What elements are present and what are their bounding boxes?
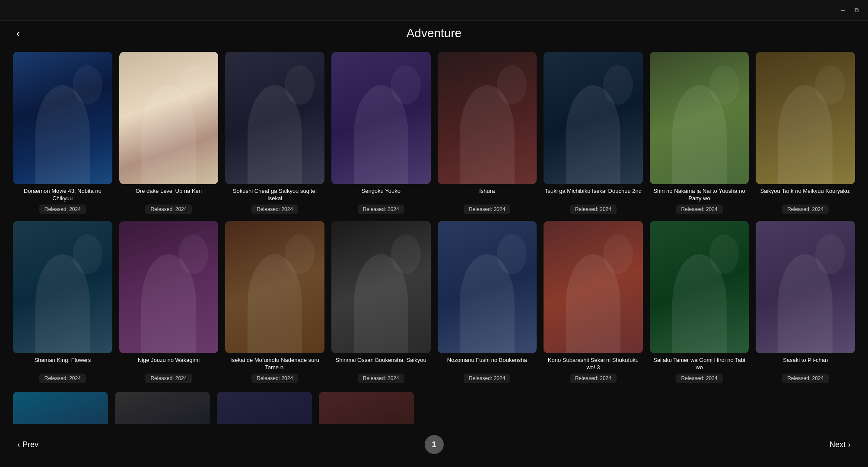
page-title: Adventure xyxy=(0,24,868,43)
partial-card-4[interactable] xyxy=(319,392,414,424)
pagination: ‹ Prev 1 Next › xyxy=(0,435,868,454)
anime-release-6: Released: 2024 xyxy=(570,205,617,214)
anime-card-4[interactable]: Sengoku YoukoReleased: 2024 xyxy=(331,52,431,214)
next-chevron: › xyxy=(848,440,851,449)
anime-title-9: Shaman King: Flowers xyxy=(34,357,91,371)
anime-card-7[interactable]: Shin no Nakama ja Nai to Yuusha no Party… xyxy=(650,52,749,214)
back-button[interactable]: ‹ xyxy=(9,24,28,43)
anime-title-4: Sengoku Youko xyxy=(362,188,401,202)
anime-card-8[interactable]: Saikyou Tank no Meikyuu Kouryaku:Release… xyxy=(756,52,855,214)
anime-card-6[interactable]: Tsuki ga Michibiku Isekai Douchuu 2ndRel… xyxy=(544,52,643,214)
anime-card-16[interactable]: Sasaki to Pii-chanReleased: 2024 xyxy=(756,221,855,383)
anime-release-3: Released: 2024 xyxy=(251,205,298,214)
anime-title-16: Sasaki to Pii-chan xyxy=(783,357,828,371)
anime-card-11[interactable]: Isekai de Mofumofu Nadenade suru Tame ni… xyxy=(225,221,324,383)
anime-title-2: Ore dake Level Up na Ken xyxy=(136,188,202,202)
anime-title-14: Kono Subarashii Sekai ni Shukufuku wo! 3 xyxy=(544,357,643,371)
anime-title-12: Shinmai Ossan Boukensha, Saikyou xyxy=(336,357,426,371)
anime-card-2[interactable]: Ore dake Level Up na KenReleased: 2024 xyxy=(119,52,219,214)
anime-card-14[interactable]: Kono Subarashii Sekai ni Shukufuku wo! 3… xyxy=(544,221,643,383)
anime-release-5: Released: 2024 xyxy=(464,205,510,214)
anime-release-16: Released: 2024 xyxy=(782,374,829,383)
anime-card-15[interactable]: Saijaku Tamer wa Gomi Hiroi no Tabi woRe… xyxy=(650,221,749,383)
anime-release-2: Released: 2024 xyxy=(145,205,192,214)
anime-card-5[interactable]: IshuraReleased: 2024 xyxy=(438,52,537,214)
anime-release-1: Released: 2024 xyxy=(39,205,86,214)
anime-title-11: Isekai de Mofumofu Nadenade suru Tame ni xyxy=(225,357,324,371)
restore-button[interactable]: ⧉ xyxy=(852,6,861,15)
anime-release-15: Released: 2024 xyxy=(676,374,723,383)
anime-release-13: Released: 2024 xyxy=(464,374,510,383)
next-button[interactable]: Next › xyxy=(821,436,859,454)
anime-title-6: Tsuki ga Michibiku Isekai Douchuu 2nd xyxy=(545,188,642,202)
partial-card-3[interactable] xyxy=(217,392,312,424)
anime-title-13: Nozomanu Fushi no Boukensha xyxy=(447,357,527,371)
anime-release-9: Released: 2024 xyxy=(39,374,86,383)
anime-title-5: Ishura xyxy=(479,188,495,202)
anime-card-9[interactable]: Shaman King: FlowersReleased: 2024 xyxy=(13,221,112,383)
anime-title-10: Nige Jouzu no Wakagimi xyxy=(138,357,200,371)
minimize-button[interactable]: ─ xyxy=(839,6,847,15)
prev-label: Prev xyxy=(22,440,38,449)
anime-title-1: Doraemon Movie 43: Nobita no Chikyuu xyxy=(13,188,112,202)
title-bar: ─ ⧉ xyxy=(0,0,868,21)
anime-grid: Doraemon Movie 43: Nobita no ChikyuuRele… xyxy=(9,48,859,387)
window-controls[interactable]: ─ ⧉ xyxy=(839,6,861,15)
anime-release-14: Released: 2024 xyxy=(570,374,617,383)
anime-release-7: Released: 2024 xyxy=(676,205,723,214)
anime-release-11: Released: 2024 xyxy=(251,374,298,383)
partial-card-1[interactable] xyxy=(13,392,108,424)
anime-card-10[interactable]: Nige Jouzu no WakagimiReleased: 2024 xyxy=(119,221,219,383)
anime-title-8: Saikyou Tank no Meikyuu Kouryaku: xyxy=(760,188,851,202)
anime-card-1[interactable]: Doraemon Movie 43: Nobita no ChikyuuRele… xyxy=(13,52,112,214)
anime-release-10: Released: 2024 xyxy=(145,374,192,383)
anime-release-12: Released: 2024 xyxy=(358,374,404,383)
partial-card-2[interactable] xyxy=(115,392,210,424)
anime-card-13[interactable]: Nozomanu Fushi no BoukenshaReleased: 202… xyxy=(438,221,537,383)
anime-title-3: Sokushi Cheat ga Saikyou sugite, Isekai xyxy=(225,188,324,202)
anime-card-12[interactable]: Shinmai Ossan Boukensha, SaikyouReleased… xyxy=(331,221,431,383)
anime-card-3[interactable]: Sokushi Cheat ga Saikyou sugite, IsekaiR… xyxy=(225,52,324,214)
prev-button[interactable]: ‹ Prev xyxy=(9,436,47,454)
anime-release-4: Released: 2024 xyxy=(358,205,404,214)
prev-chevron: ‹ xyxy=(17,440,20,449)
anime-title-15: Saijaku Tamer wa Gomi Hiroi no Tabi wo xyxy=(650,357,749,371)
page-number[interactable]: 1 xyxy=(425,435,444,454)
anime-title-7: Shin no Nakama ja Nai to Yuusha no Party… xyxy=(650,188,749,202)
next-label: Next xyxy=(830,440,846,449)
anime-release-8: Released: 2024 xyxy=(782,205,829,214)
